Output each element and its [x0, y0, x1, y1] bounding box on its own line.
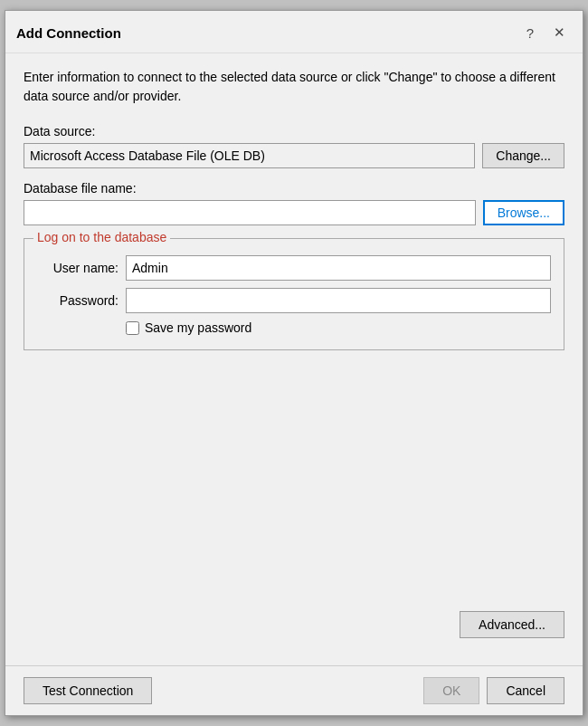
browse-button[interactable]: Browse...	[483, 200, 564, 225]
db-file-input[interactable]	[24, 200, 476, 225]
db-file-section: Database file name: Browse...	[24, 181, 564, 225]
db-file-label: Database file name:	[24, 181, 564, 196]
description-text: Enter information to connect to the sele…	[24, 68, 564, 106]
username-label: User name:	[37, 261, 119, 275]
help-button[interactable]: ?	[517, 20, 543, 45]
cancel-button[interactable]: Cancel	[487, 677, 564, 704]
ok-button: OK	[423, 677, 479, 704]
username-input[interactable]	[126, 255, 551, 281]
save-password-label[interactable]: Save my password	[145, 320, 251, 335]
group-inner: User name: Password: Save my password	[37, 255, 551, 335]
change-button[interactable]: Change...	[482, 143, 564, 168]
logon-group: Log on to the database User name: Passwo…	[24, 238, 564, 350]
title-bar: Add Connection ? ✕	[5, 11, 583, 53]
data-source-label: Data source:	[24, 124, 564, 139]
data-source-row: Change...	[24, 143, 564, 168]
password-label: Password:	[37, 293, 119, 308]
advanced-row: Advanced...	[24, 611, 564, 638]
data-source-input[interactable]	[24, 143, 475, 168]
title-bar-right: ? ✕	[517, 20, 572, 45]
close-button[interactable]: ✕	[546, 20, 572, 45]
data-source-section: Data source: Change...	[24, 124, 564, 168]
test-connection-button[interactable]: Test Connection	[24, 677, 152, 704]
bottom-buttons: Test Connection OK Cancel	[5, 665, 583, 715]
dialog-body: Enter information to connect to the sele…	[5, 53, 583, 665]
title-bar-left: Add Connection	[16, 25, 121, 41]
dialog-title: Add Connection	[16, 25, 121, 41]
password-input[interactable]	[126, 288, 551, 313]
group-title: Log on to the database	[33, 230, 170, 244]
save-password-checkbox[interactable]	[126, 321, 139, 335]
save-password-row: Save my password	[126, 320, 551, 335]
bottom-right-buttons: OK Cancel	[423, 677, 564, 704]
add-connection-dialog: Add Connection ? ✕ Enter information to …	[5, 10, 583, 716]
advanced-button[interactable]: Advanced...	[460, 611, 564, 638]
db-file-row: Browse...	[24, 200, 564, 225]
